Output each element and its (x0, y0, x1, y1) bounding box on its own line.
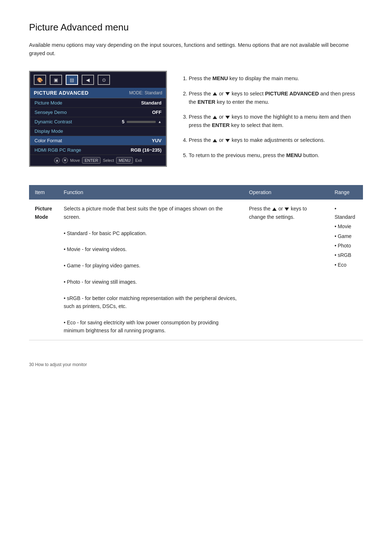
intro-text: Available menu options may vary dependin… (29, 41, 363, 58)
osd-value-hdmi-rgb: RGB (16~235) (131, 147, 162, 153)
osd-icon-display: ▣ (50, 75, 62, 85)
osd-label-hdmi-rgb: HDMI RGB PC Range (34, 147, 81, 153)
osd-value-color-format: YUV (152, 138, 162, 143)
tri-down-icon-3 (225, 139, 230, 142)
tri-up-icon-3 (213, 139, 217, 142)
osd-label-picture-mode: Picture Mode (34, 100, 62, 106)
tri-up-icon (213, 92, 217, 95)
osd-icon-color: 🎨 (34, 75, 46, 85)
osd-label-senseye: Senseye Demo (34, 110, 67, 115)
osd-icon-audio: ◀ (82, 75, 94, 85)
tri-down-icon-2 (225, 116, 230, 119)
osd-row-senseye: Senseye Demo OFF (30, 108, 166, 117)
osd-value-senseye: OFF (152, 110, 162, 115)
osd-footer: ▲ ▼ Move ENTER Select MENU Exit (30, 155, 166, 166)
osd-icon-picture: ▤ (66, 75, 78, 85)
osd-menu: 🎨 ▣ ▤ ◀ ⊙ PICTURE ADVANCED MODE: Standar… (29, 71, 167, 167)
step-2-key2: ENTER (197, 99, 215, 105)
osd-header-mode: MODE: Standard (129, 90, 162, 95)
content-two-col: 🎨 ▣ ▤ ◀ ⊙ PICTURE ADVANCED MODE: Standar… (29, 71, 363, 167)
osd-slider-arrow: ▲ (158, 120, 162, 124)
step-3-key: ENTER (212, 122, 230, 128)
osd-value-dynamic-contrast: 5 (122, 119, 124, 124)
osd-header-title: PICTURE ADVANCED (34, 90, 89, 96)
osd-slider (127, 121, 156, 123)
range-item-eco: Eco (335, 261, 357, 269)
osd-slider-container: 5 ▲ (122, 119, 162, 124)
range-item-standard: Standard (335, 205, 357, 221)
step-2: Press the or keys to select PICTURE ADVA… (189, 90, 363, 106)
osd-row-dynamic-contrast: Dynamic Contrast 5 ▲ (30, 117, 166, 127)
osd-icon-bar: 🎨 ▣ ▤ ◀ ⊙ (30, 72, 166, 88)
range-item-srgb: sRGB (335, 251, 357, 259)
table-row: PictureMode Selects a picture mode that … (29, 200, 363, 340)
osd-btn-menu[interactable]: MENU (116, 157, 133, 164)
cell-item: PictureMode (29, 200, 58, 340)
osd-footer-exit-label: Exit (135, 158, 142, 163)
th-operation: Operation (243, 185, 329, 200)
table-header-row: Item Function Operation Range (29, 185, 363, 200)
osd-row-hdmi-rgb: HDMI RGB PC Range RGB (16~235) (30, 145, 166, 155)
step-3: Press the or keys to move the highlight … (189, 113, 363, 130)
steps-section: Press the MENU key to display the main m… (181, 71, 363, 166)
page-title: Picture Advanced menu (29, 22, 363, 33)
tri-up-icon-2 (213, 116, 217, 119)
tri-down-icon (225, 92, 230, 95)
osd-btn-enter[interactable]: ENTER (82, 157, 101, 164)
osd-icon-system: ⊙ (98, 75, 110, 85)
step-2-key: PICTURE ADVANCED (265, 91, 319, 97)
osd-row-display-mode: Display Mode (30, 127, 166, 136)
step-5: To return to the previous menu, press th… (189, 151, 363, 160)
range-item-movie: Movie (335, 222, 357, 230)
cell-range: Standard Movie Game Photo sRGB Eco (329, 200, 363, 340)
osd-footer-select-label: Select (103, 158, 114, 163)
step-5-key: MENU (286, 152, 302, 158)
th-function: Function (58, 185, 243, 200)
cell-operation: Press the or keys to change the settings… (243, 200, 329, 340)
osd-label-color-format: Color Format (34, 138, 62, 143)
step-1: Press the MENU key to display the main m… (189, 74, 363, 83)
tri-up-icon-4 (272, 208, 277, 211)
range-item-photo: Photo (335, 242, 357, 250)
osd-footer-move-label: Move (70, 158, 80, 163)
osd-label-display-mode: Display Mode (34, 128, 63, 134)
th-range: Range (329, 185, 363, 200)
osd-btn-down[interactable]: ▼ (62, 157, 68, 163)
osd-header: PICTURE ADVANCED MODE: Standard (30, 88, 166, 98)
osd-value-picture-mode: Standard (141, 100, 162, 106)
step-1-key: MENU (212, 75, 228, 81)
osd-row-picture-mode: Picture Mode Standard (30, 98, 166, 108)
th-item: Item (29, 185, 58, 200)
cell-function: Selects a picture mode that best suits t… (58, 200, 243, 340)
osd-label-dynamic-contrast: Dynamic Contrast (34, 119, 72, 124)
tri-down-icon-4 (285, 208, 289, 211)
steps-list: Press the MENU key to display the main m… (181, 74, 363, 159)
range-item-game: Game (335, 232, 357, 240)
step-4: Press the or keys to make adjustments or… (189, 136, 363, 144)
osd-row-color-format: Color Format YUV (30, 136, 166, 145)
footer-note: 30 How to adjust your monitor (29, 362, 363, 367)
range-list: Standard Movie Game Photo sRGB Eco (335, 205, 357, 269)
osd-btn-up[interactable]: ▲ (54, 157, 60, 163)
data-table: Item Function Operation Range PictureMod… (29, 185, 363, 340)
